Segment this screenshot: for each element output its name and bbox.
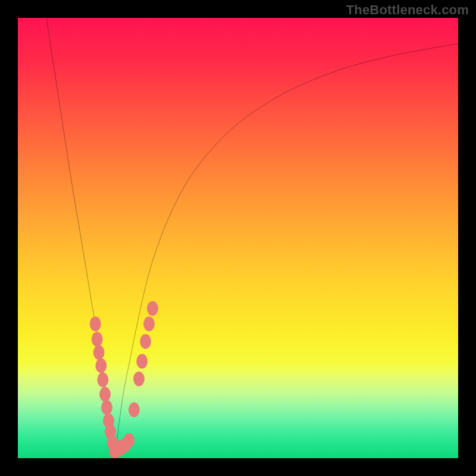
bottleneck-curve xyxy=(46,18,458,452)
marker-dot xyxy=(90,317,101,331)
marker-group xyxy=(90,302,158,458)
marker-dot xyxy=(96,359,107,373)
plot-area xyxy=(18,18,458,458)
outer-frame: TheBottleneck.com xyxy=(0,0,476,476)
marker-dot xyxy=(140,334,151,349)
marker-dot xyxy=(137,354,148,368)
marker-dot xyxy=(102,400,112,415)
marker-dot xyxy=(93,346,104,360)
marker-dot xyxy=(129,403,139,417)
marker-dot xyxy=(98,372,108,387)
watermark-text: TheBottleneck.com xyxy=(346,2,469,18)
marker-dot xyxy=(92,332,102,346)
curve-layer xyxy=(18,18,458,458)
marker-dot xyxy=(100,387,111,402)
marker-dot xyxy=(144,317,155,331)
marker-dot xyxy=(124,434,134,448)
marker-dot xyxy=(148,302,158,316)
marker-dot xyxy=(134,372,145,386)
